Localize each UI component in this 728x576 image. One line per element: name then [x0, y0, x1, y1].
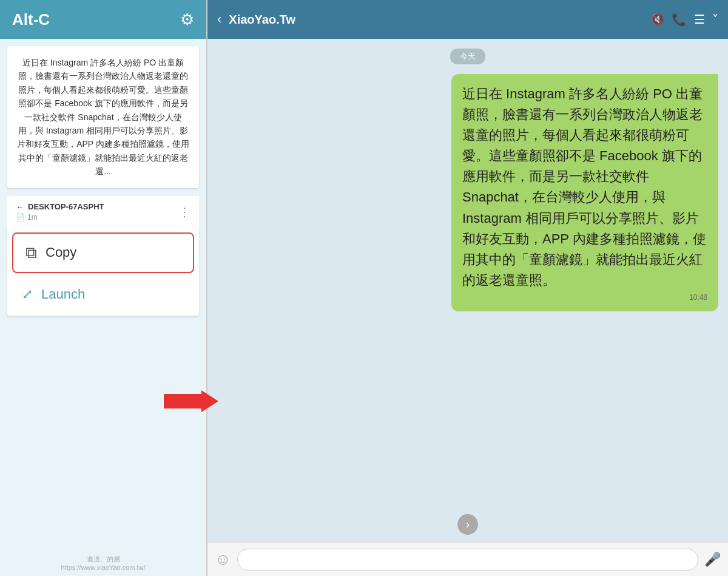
contact-name: XiaoYao.Tw: [229, 13, 644, 27]
svg-marker-0: [164, 390, 218, 412]
action-panel: ⧉ Copy ⤢ Launch: [7, 228, 199, 316]
copy-button[interactable]: ⧉ Copy: [12, 232, 194, 273]
device-time-row: 📄 1m: [16, 213, 104, 222]
copy-icon: ⧉: [25, 243, 37, 262]
right-panel: ‹ XiaoYao.Tw 🔇 📞 ☰ ˅ 今天 近日在 Instagram 許多…: [207, 0, 728, 576]
watermark: 進逍。的層 https://www.xiaoYao.com.tw/: [0, 550, 206, 576]
left-header: Alt-C ⚙: [0, 0, 206, 39]
phone-icon[interactable]: 📞: [672, 12, 687, 27]
chat-area: 今天 近日在 Instagram 許多名人紛紛 PO 出童顏照，臉書還有一系列台…: [207, 39, 728, 507]
red-arrow-icon: [164, 390, 218, 412]
launch-label: Launch: [41, 286, 85, 302]
device-time: 1m: [27, 213, 38, 222]
microphone-icon[interactable]: 🎤: [704, 552, 721, 568]
device-name-row: ← DESKTOP-67ASPHT: [16, 202, 104, 212]
launch-icon: ⤢: [22, 286, 33, 302]
device-name: DESKTOP-67ASPHT: [28, 202, 104, 211]
date-badge: 今天: [450, 49, 485, 64]
scroll-hint-area: ›: [207, 507, 728, 542]
device-direction-icon: ←: [16, 202, 24, 212]
message-text: 近日在 Instagram 許多名人紛紛 PO 出童顏照，臉書還有一系列台灣政治…: [462, 84, 707, 291]
clipboard-card: 近日在 Instagram 許多名人紛紛 PO 出童顏照，臉書還有一系列台灣政治…: [7, 46, 199, 188]
app-title: Alt-C: [12, 10, 50, 29]
emoji-icon[interactable]: ☺: [215, 550, 231, 569]
chevron-down-icon[interactable]: ˅: [712, 12, 718, 27]
watermark-line1: 進逍。的層: [5, 555, 201, 564]
left-panel: Alt-C ⚙ 近日在 Instagram 許多名人紛紛 PO 出童顏照，臉書還…: [0, 0, 206, 576]
copy-label: Copy: [46, 245, 76, 260]
clipboard-text: 近日在 Instagram 許多名人紛紛 PO 出童顏照，臉書還有一系列台灣政治…: [17, 56, 189, 178]
menu-icon[interactable]: ☰: [694, 12, 705, 27]
file-icon: 📄: [16, 213, 25, 222]
watermark-line2: https://www.xiaoYao.com.tw/: [5, 564, 201, 571]
device-row: ← DESKTOP-67ASPHT 📄 1m ⋮: [7, 195, 199, 228]
scroll-arrow-icon: ›: [466, 518, 470, 531]
launch-button[interactable]: ⤢ Launch: [10, 278, 197, 311]
mute-icon: 🔇: [651, 13, 664, 26]
back-icon[interactable]: ‹: [217, 12, 221, 27]
device-info: ← DESKTOP-67ASPHT 📄 1m: [16, 202, 104, 222]
chat-input-bar: ☺ 🎤: [207, 542, 728, 576]
message-bubble: 近日在 Instagram 許多名人紛紛 PO 出童顏照，臉書還有一系列台灣政治…: [451, 74, 718, 311]
message-input[interactable]: [237, 549, 698, 571]
chat-header: ‹ XiaoYao.Tw 🔇 📞 ☰ ˅: [207, 0, 728, 39]
message-time: 10:48: [462, 293, 707, 302]
scroll-hint-button[interactable]: ›: [457, 514, 478, 535]
arrow-container: [164, 390, 218, 412]
overflow-menu-icon[interactable]: ⋮: [178, 205, 190, 219]
gear-icon[interactable]: ⚙: [180, 10, 194, 29]
